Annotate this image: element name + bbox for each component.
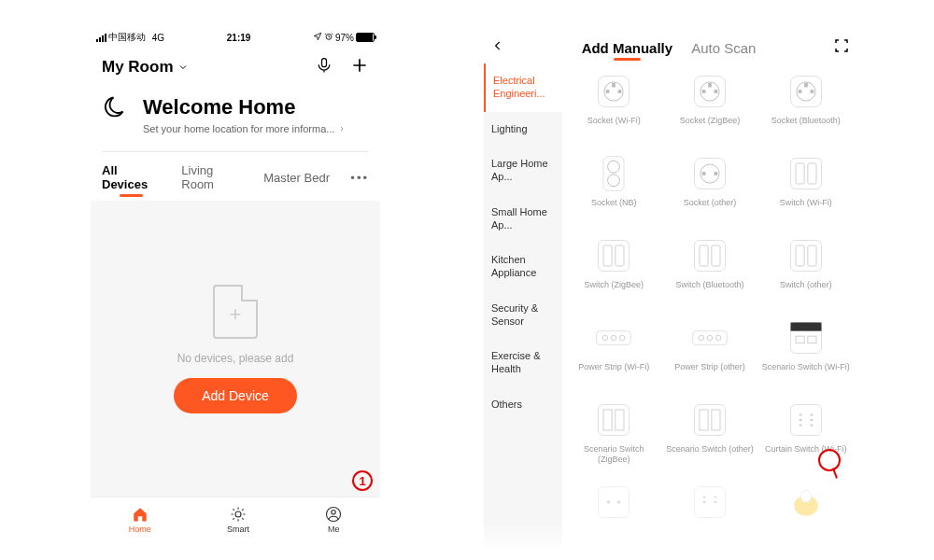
device-switch-other[interactable]: Switch (other) xyxy=(759,235,852,314)
chevron-down-icon xyxy=(177,62,189,73)
svg-rect-48 xyxy=(790,323,821,331)
svg-rect-43 xyxy=(693,331,728,345)
scenario-switch-icon xyxy=(785,317,827,358)
socket-icon xyxy=(689,71,730,112)
device-powerstrip-wifi[interactable]: Power Strip (Wi-Fi) xyxy=(568,317,660,396)
device-scenario-wifi[interactable]: Scenario Switch (Wi-Fi) xyxy=(759,317,852,396)
mic-icon[interactable] xyxy=(315,56,333,78)
carrier-label: 中国移动 xyxy=(108,31,146,44)
curtain-switch-icon xyxy=(785,399,827,441)
device-socket-nb[interactable]: Socket (NB) xyxy=(568,153,660,231)
switch-icon xyxy=(593,235,634,276)
back-button[interactable] xyxy=(491,39,504,56)
device-switch-zigbee[interactable]: Switch (ZigBee) xyxy=(568,235,660,314)
tab-master-bedroom[interactable]: Master Bedro xyxy=(263,171,330,185)
powerstrip-icon xyxy=(689,317,730,358)
device-socket-other[interactable]: Socket (other) xyxy=(664,153,757,231)
bottom-nav: Home Smart Me xyxy=(91,497,380,541)
svg-point-4 xyxy=(332,510,336,514)
svg-rect-20 xyxy=(603,157,624,191)
fade-overlay xyxy=(484,523,857,551)
svg-rect-7 xyxy=(606,90,610,93)
annotation-1: 1 xyxy=(352,470,373,491)
svg-rect-54 xyxy=(694,405,725,436)
svg-rect-27 xyxy=(790,159,821,189)
tab-all-devices[interactable]: All Devices xyxy=(102,163,161,191)
welcome-block: Welcome Home Set your home location for … xyxy=(91,90,380,151)
welcome-title: Welcome Home xyxy=(143,95,346,119)
svg-point-60 xyxy=(617,500,621,504)
svg-rect-39 xyxy=(597,331,631,345)
device-scenario-other[interactable]: Scenario Switch (other) xyxy=(664,399,757,478)
device-socket-bluetooth[interactable]: Socket (Bluetooth) xyxy=(759,71,852,149)
socket-icon xyxy=(593,153,634,194)
battery-icon xyxy=(356,33,375,42)
welcome-subtitle[interactable]: Set your home location for more informa.… xyxy=(143,123,346,134)
home-header: My Room xyxy=(91,47,380,90)
switch-icon xyxy=(785,235,827,276)
device-socket-wifi[interactable]: Socket (Wi-Fi) xyxy=(568,71,660,149)
signal-icon xyxy=(96,34,106,42)
location-icon xyxy=(313,32,322,43)
file-plus-icon: + xyxy=(213,285,258,339)
network-label: 4G xyxy=(152,33,164,43)
scan-icon[interactable] xyxy=(833,37,850,58)
svg-rect-36 xyxy=(790,241,821,272)
svg-rect-12 xyxy=(702,90,706,93)
svg-rect-5 xyxy=(599,77,630,107)
socket-icon xyxy=(593,71,634,112)
alarm-icon xyxy=(324,32,333,43)
device-scenario-zigbee[interactable]: Scenario Switch (ZigBee) xyxy=(568,399,660,478)
svg-rect-51 xyxy=(599,405,630,436)
sidebar-item-electrical[interactable]: Electrical Engineeri... xyxy=(484,63,562,112)
add-icon[interactable] xyxy=(350,56,369,78)
moon-icon xyxy=(102,95,130,127)
bulb-icon xyxy=(785,482,827,523)
sidebar-item-lighting[interactable]: Lighting xyxy=(484,112,562,147)
add-device-screen: Add Manually Auto Scan Electrical Engine… xyxy=(484,28,857,551)
svg-rect-10 xyxy=(694,77,725,107)
svg-point-2 xyxy=(235,511,241,517)
home-screen: 中国移动 4G 21:19 97% My Room xyxy=(91,28,380,541)
tab-add-manually[interactable]: Add Manually xyxy=(582,40,673,56)
svg-rect-57 xyxy=(790,405,821,436)
more-tabs-icon[interactable]: ••• xyxy=(350,171,369,185)
nav-smart[interactable]: Smart xyxy=(227,506,249,534)
svg-rect-25 xyxy=(702,172,706,175)
device-powerstrip-other[interactable]: Power Strip (other) xyxy=(664,317,757,396)
socket-icon xyxy=(689,153,730,194)
svg-rect-14 xyxy=(708,83,712,88)
scenario-switch-icon xyxy=(593,399,634,441)
svg-rect-8 xyxy=(618,90,622,93)
sidebar-item-others[interactable]: Others xyxy=(484,387,562,423)
device-switch-wifi[interactable]: Switch (Wi-Fi) xyxy=(759,153,852,231)
battery-pct: 97% xyxy=(335,33,354,43)
svg-rect-33 xyxy=(694,241,725,272)
svg-rect-19 xyxy=(804,83,808,88)
room-dropdown[interactable]: My Room xyxy=(102,58,189,77)
add-device-button[interactable]: Add Device xyxy=(174,378,297,413)
switch-icon xyxy=(785,153,827,194)
chevron-right-icon xyxy=(338,125,346,133)
sidebar-item-large-home[interactable]: Large Home Ap... xyxy=(484,147,562,195)
scenario-switch-icon xyxy=(689,399,730,441)
svg-point-59 xyxy=(607,500,611,504)
sidebar-item-security[interactable]: Security & Sensor xyxy=(484,291,562,340)
svg-rect-23 xyxy=(694,159,725,189)
sidebar-item-small-home[interactable]: Small Home Ap... xyxy=(484,195,562,244)
svg-rect-30 xyxy=(599,241,630,272)
sidebar-item-kitchen[interactable]: Kitchen Appliance xyxy=(484,243,562,291)
tab-auto-scan[interactable]: Auto Scan xyxy=(691,40,756,56)
tab-living-room[interactable]: Living Room xyxy=(181,163,243,191)
device-tabs: All Devices Living Room Master Bedro ••• xyxy=(91,152,380,195)
nav-me[interactable]: Me xyxy=(325,506,342,534)
switch-icon xyxy=(689,482,730,523)
device-switch-bluetooth[interactable]: Switch (Bluetooth) xyxy=(664,235,757,314)
empty-text: No devices, please add xyxy=(177,352,294,365)
add-header: Add Manually Auto Scan xyxy=(484,28,857,63)
nav-home[interactable]: Home xyxy=(129,506,151,534)
svg-rect-13 xyxy=(715,90,718,93)
sidebar-item-exercise[interactable]: Exercise & Health xyxy=(484,339,562,387)
switch-icon xyxy=(689,235,730,276)
device-socket-zigbee[interactable]: Socket (ZigBee) xyxy=(664,71,757,149)
